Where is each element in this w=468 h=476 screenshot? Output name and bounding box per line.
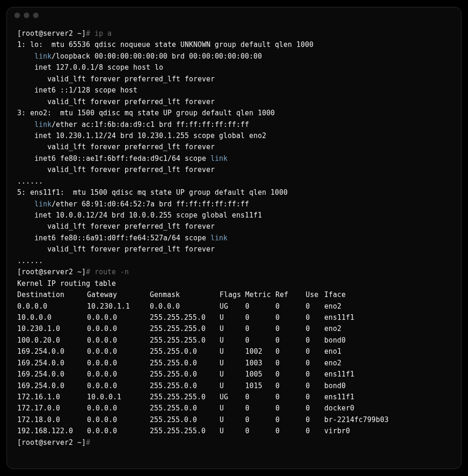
table-row: 0.0.0.010.230.1.10.0.0.0UG000eno2 bbox=[17, 301, 388, 312]
cell: 169.254.0.0 bbox=[17, 369, 87, 380]
inet6-line: inet6 fe80::ae1f:6bff:feda:d9c1/64 scope… bbox=[17, 153, 451, 164]
link-line: link/ether ac:1f:6b:da:d9:c1 brd ff:ff:f… bbox=[17, 119, 451, 130]
col-genmask: Genmask bbox=[150, 289, 220, 300]
col-ref: Ref bbox=[275, 289, 306, 300]
maximize-icon[interactable] bbox=[33, 13, 39, 18]
cell: 0 bbox=[306, 380, 324, 391]
cell: 0.0.0.0 bbox=[87, 357, 150, 369]
link-line: link/loopback 00:00:00:00:00:00 brd 00:0… bbox=[17, 51, 451, 62]
cell: 0 bbox=[306, 301, 324, 312]
valid-line: valid_lft forever preferred_lft forever bbox=[17, 96, 451, 107]
cell: U bbox=[220, 346, 245, 357]
minimize-icon[interactable] bbox=[24, 13, 29, 18]
valid-line: valid_lft forever preferred_lft forever bbox=[17, 164, 451, 175]
cell: U bbox=[220, 357, 245, 369]
inet6-line: inet6 ::1/128 scope host bbox=[17, 85, 451, 96]
cell: 0.0.0.0 bbox=[87, 403, 150, 414]
link-rest: /ether ac:1f:6b:da:d9:c1 brd ff:ff:ff:ff… bbox=[52, 120, 249, 129]
cell: 0 bbox=[275, 312, 306, 323]
cell: 172.16.1.0 bbox=[17, 391, 87, 403]
prompt-line: [root@server2 ~]# bbox=[17, 437, 451, 448]
cell: 172.18.0.0 bbox=[17, 414, 87, 425]
cell: eno1 bbox=[324, 346, 388, 357]
link-word: link bbox=[210, 234, 227, 242]
col-destination: Destination bbox=[17, 289, 87, 300]
cell: 0 bbox=[275, 323, 306, 334]
prompt-user-host: [root@server2 ~] bbox=[17, 29, 86, 38]
cell: 172.17.0.0 bbox=[17, 403, 87, 414]
route-rows: 0.0.0.010.230.1.10.0.0.0UG000eno210.0.0.… bbox=[17, 301, 388, 437]
iface-header-lo: 1: lo: mtu 65536 qdisc noqueue state UNK… bbox=[17, 39, 451, 50]
table-row: 10.0.0.00.0.0.0255.255.255.0U000ens11f1 bbox=[17, 312, 388, 323]
cell: U bbox=[220, 323, 245, 334]
cell: 0.0.0.0 bbox=[17, 301, 87, 312]
table-row: 10.230.1.00.0.0.0255.255.255.0U000eno2 bbox=[17, 323, 388, 334]
cell: 255.255.0.0 bbox=[150, 346, 220, 357]
cell: 1002 bbox=[245, 346, 275, 357]
cell: br-2214fc799b03 bbox=[324, 414, 388, 425]
prompt-hash: # bbox=[86, 438, 90, 447]
cell: 255.255.255.0 bbox=[150, 391, 220, 403]
prompt-hash: # bbox=[86, 29, 90, 38]
cell: 1005 bbox=[245, 369, 275, 380]
cell: 255.255.0.0 bbox=[150, 357, 220, 369]
prompt-hash: # bbox=[86, 268, 90, 276]
cell: 0.0.0.0 bbox=[87, 369, 150, 380]
cell: 0 bbox=[306, 323, 324, 334]
col-metric: Metric bbox=[245, 289, 275, 300]
cell: eno2 bbox=[324, 357, 388, 369]
window-titlebar bbox=[7, 7, 461, 23]
cell: 100.0.20.0 bbox=[17, 335, 87, 346]
prompt-user-host: [root@server2 ~] bbox=[17, 438, 86, 447]
cell: U bbox=[220, 414, 245, 425]
route-header-row: DestinationGatewayGenmaskFlagsMetricRefU… bbox=[17, 289, 388, 300]
col-gateway: Gateway bbox=[87, 289, 150, 300]
cell: 0 bbox=[245, 323, 275, 334]
cell: 255.255.255.0 bbox=[150, 425, 220, 436]
cell: 0 bbox=[306, 414, 324, 425]
col-flags: Flags bbox=[220, 289, 245, 300]
cell: bond0 bbox=[324, 380, 388, 391]
cell: 0 bbox=[275, 403, 306, 414]
cell: 0 bbox=[245, 403, 275, 414]
close-icon[interactable] bbox=[14, 13, 20, 18]
cell: UG bbox=[220, 301, 245, 312]
cell: ens11f1 bbox=[324, 391, 388, 403]
cell: eno2 bbox=[324, 301, 388, 312]
cell: 0.0.0.0 bbox=[87, 414, 150, 425]
cell: 255.255.0.0 bbox=[150, 380, 220, 391]
cell: U bbox=[220, 425, 245, 436]
cell: 0 bbox=[306, 369, 324, 380]
ellipsis: ...... bbox=[17, 255, 451, 266]
cell: U bbox=[220, 403, 245, 414]
cell: 0 bbox=[275, 335, 306, 346]
cell: ens11f1 bbox=[324, 312, 388, 323]
link-rest: /ether 68:91:d0:64:52:7a brd ff:ff:ff:ff… bbox=[52, 200, 249, 208]
cell: 0 bbox=[245, 425, 275, 436]
link-word: link bbox=[34, 52, 52, 60]
cell: 0 bbox=[245, 301, 275, 312]
cell: 192.168.122.0 bbox=[17, 425, 87, 436]
table-row: 172.18.0.00.0.0.0255.255.0.0U000br-2214f… bbox=[17, 414, 388, 425]
cell: UG bbox=[220, 391, 245, 403]
link-word: link bbox=[34, 200, 52, 208]
cell: 0 bbox=[306, 346, 324, 357]
cell: 0 bbox=[275, 391, 306, 403]
cell: U bbox=[220, 380, 245, 391]
cell: 1015 bbox=[245, 380, 275, 391]
command-text: route -n bbox=[94, 268, 129, 276]
cell: 0 bbox=[306, 357, 324, 369]
cell: 10.0.0.1 bbox=[87, 391, 150, 403]
col-use: Use bbox=[306, 289, 324, 300]
cell: 255.255.0.0 bbox=[150, 369, 220, 380]
terminal-output[interactable]: [root@server2 ~]# ip a1: lo: mtu 65536 q… bbox=[7, 23, 461, 469]
cell: 0.0.0.0 bbox=[87, 312, 150, 323]
cell: docker0 bbox=[324, 403, 388, 414]
col-iface: Iface bbox=[324, 289, 388, 300]
cell: 0 bbox=[306, 391, 324, 403]
cell: 0.0.0.0 bbox=[87, 380, 150, 391]
cell: U bbox=[220, 312, 245, 323]
inet6-line: inet6 fe80::6a91:d0ff:fe64:527a/64 scope… bbox=[17, 232, 451, 244]
terminal-window: [root@server2 ~]# ip a1: lo: mtu 65536 q… bbox=[7, 7, 461, 469]
cell: 0 bbox=[306, 403, 324, 414]
